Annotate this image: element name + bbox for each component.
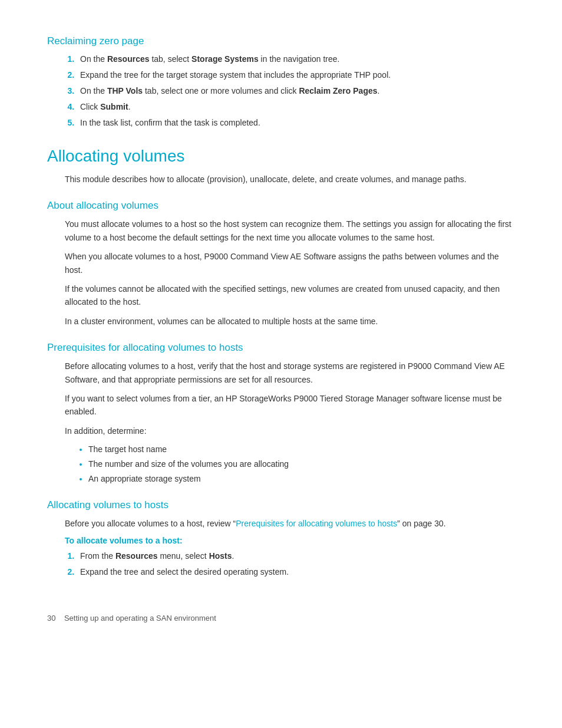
prereq-para-3: In addition, determine:: [47, 424, 515, 437]
reclaiming-steps-list: On the Resources tab, select Storage Sys…: [59, 53, 515, 129]
reclaiming-zero-page-section: Reclaiming zero page On the Resources ta…: [47, 35, 515, 129]
allocating-volumes-intro: This module describes how to allocate (p…: [47, 173, 515, 186]
prereq-para-1: Before allocating volumes to a host, ver…: [47, 360, 515, 386]
step-item: Expand the tree for the target storage s…: [77, 69, 515, 81]
allocating-hosts-steps: From the Resources menu, select Hosts. E…: [59, 550, 515, 578]
bullet-item: The target host name: [88, 443, 515, 456]
resources-bold: Resources: [107, 54, 150, 64]
prereq-para-2: If you want to select volumes from a tie…: [47, 392, 515, 419]
about-para-4: In a cluster environment, volumes can be…: [47, 315, 515, 328]
allocating-hosts-intro: Before you allocate volumes to a host, r…: [47, 517, 515, 530]
reclaim-zero-bold: Reclaim Zero Pages: [299, 86, 377, 95]
prerequisites-section: Prerequisites for allocating volumes to …: [47, 342, 515, 485]
about-para-1: You must allocate volumes to a host so t…: [47, 218, 515, 244]
footer-page-number: 30: [47, 614, 55, 622]
prerequisites-heading: Prerequisites for allocating volumes to …: [47, 342, 515, 354]
bullet-item: The number and size of the volumes you a…: [88, 458, 515, 470]
about-allocating-section: About allocating volumes You must alloca…: [47, 200, 515, 328]
step-item: From the Resources menu, select Hosts.: [77, 550, 515, 562]
allocating-volumes-heading: Allocating volumes: [47, 147, 515, 166]
allocating-volumes-section: Allocating volumes This module describes…: [47, 147, 515, 578]
thp-vols-bold: THP Vols: [107, 86, 143, 95]
action-heading: To allocate volumes to a host:: [47, 536, 515, 545]
page-footer: 30 Setting up and operating a SAN enviro…: [47, 614, 515, 622]
step-item: Click Submit.: [77, 101, 515, 113]
submit-bold: Submit: [100, 102, 128, 111]
step-item: In the task list, confirm that the task …: [77, 117, 515, 129]
prereq-link[interactable]: Prerequisites for allocating volumes to …: [236, 519, 397, 528]
resources-menu-bold: Resources: [115, 551, 158, 561]
about-para-2: When you allocate volumes to a host, P90…: [47, 250, 515, 276]
about-para-3: If the volumes cannot be allocated with …: [47, 282, 515, 309]
allocating-hosts-section: Allocating volumes to hosts Before you a…: [47, 499, 515, 578]
footer-text: Setting up and operating a SAN environme…: [64, 614, 216, 622]
allocating-hosts-heading: Allocating volumes to hosts: [47, 499, 515, 511]
step-item: On the THP Vols tab, select one or more …: [77, 85, 515, 97]
prereq-bullet-list: The target host name The number and size…: [47, 443, 515, 485]
hosts-bold: Hosts: [209, 551, 232, 561]
step-item: On the Resources tab, select Storage Sys…: [77, 53, 515, 65]
reclaiming-zero-page-heading: Reclaiming zero page: [47, 35, 515, 47]
storage-systems-bold: Storage Systems: [191, 54, 259, 64]
step-item: Expand the tree and select the desired o…: [77, 566, 515, 578]
bullet-item: An appropriate storage system: [88, 473, 515, 485]
about-allocating-heading: About allocating volumes: [47, 200, 515, 212]
